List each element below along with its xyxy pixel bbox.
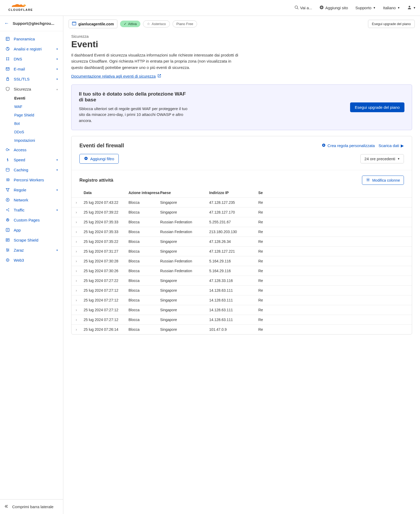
expand-row-icon[interactable]: › <box>76 220 84 224</box>
sidebar-item-network[interactable]: Network <box>2 195 61 205</box>
expand-row-icon[interactable]: › <box>76 230 84 234</box>
table-row[interactable]: ›25 lug 2024 07:31:27BloccaSingapore47.1… <box>71 246 412 256</box>
security-icon <box>5 87 10 91</box>
sidebar-item-scrape[interactable]: Scrape Shield <box>2 235 61 245</box>
cell-date: 25 lug 2024 07:35:22 <box>84 239 128 244</box>
cell-ip: 47.128.127.170 <box>209 210 258 214</box>
plan-label: Piano Free <box>176 22 193 26</box>
cell-action: Blocca <box>128 327 160 332</box>
cell-country: Singapore <box>160 308 209 312</box>
sidebar-item-cpages[interactable]: Custom Pages <box>2 215 61 225</box>
modify-columns-button[interactable]: Modifica colonne <box>362 176 404 185</box>
sidebar-item-speed[interactable]: Speed▾ <box>2 155 61 165</box>
expand-row-icon[interactable]: › <box>76 239 84 244</box>
goto-menu[interactable]: Vai a... <box>294 5 312 10</box>
cell-country: Russian Federation <box>160 269 209 273</box>
expand-row-icon[interactable]: › <box>76 200 84 205</box>
sidebar-subitem-bot[interactable]: Bot <box>2 119 61 128</box>
expand-row-icon[interactable]: › <box>76 327 84 332</box>
table-row[interactable]: ›25 lug 2024 07:30:26BloccaRussian Feder… <box>71 266 412 276</box>
table-row[interactable]: ›25 lug 2024 07:30:28BloccaRussian Feder… <box>71 256 412 266</box>
sidebar-item-security[interactable]: Sicurezza▴ <box>2 84 61 94</box>
cell-country: Singapore <box>160 327 209 332</box>
language-menu[interactable]: Italiano ▼ <box>383 6 400 10</box>
sidebar-item-traffic[interactable]: Traffic▾ <box>2 205 61 215</box>
create-custom-rule-link[interactable]: Crea regola personalizzata <box>322 143 375 148</box>
sidebar-subitem-impostazioni[interactable]: Impostazioni <box>2 136 61 145</box>
cell-country: Russian Federation <box>160 259 209 263</box>
workers-icon <box>5 177 10 182</box>
table-row[interactable]: ›25 lug 2024 07:27:12BloccaSingapore14.1… <box>71 285 412 295</box>
banner-upgrade-button[interactable]: Esegui upgrade del piano <box>350 102 404 112</box>
account-row[interactable]: ← Support@gtechgrou... <box>0 16 63 31</box>
table-row[interactable]: ›25 lug 2024 07:43:22BloccaSingapore47.1… <box>71 197 412 207</box>
sidebar-item-email[interactable]: E-mail▾ <box>2 64 61 74</box>
domain-selector[interactable]: gianlucagentile.com <box>69 20 117 28</box>
sidebar-item-access[interactable]: Access <box>2 145 61 155</box>
table-row[interactable]: ›25 lug 2024 07:35:33BloccaRussian Feder… <box>71 217 412 227</box>
sidebar-subitem-ddos[interactable]: DDoS <box>2 128 61 136</box>
expand-row-icon[interactable]: › <box>76 279 84 283</box>
sidebar-item-analytics[interactable]: Analisi e registri▾ <box>2 44 61 54</box>
table-row[interactable]: ›25 lug 2024 07:35:22BloccaSingapore47.1… <box>71 237 412 246</box>
back-arrow-icon[interactable]: ← <box>4 21 9 26</box>
svg-point-35 <box>7 249 7 249</box>
plus-circle-icon <box>322 143 326 148</box>
plus-circle-icon <box>84 156 88 161</box>
sidebar-item-dns[interactable]: DNS▾ <box>2 54 61 64</box>
table-row[interactable]: ›25 lug 2024 07:27:12BloccaSingapore14.1… <box>71 305 412 315</box>
cloudflare-logo[interactable]: CLOUDFLARE <box>6 3 35 13</box>
upgrade-plan-button[interactable]: Esegui upgrade del piano <box>368 20 415 28</box>
sidebar-subitem-page-shield[interactable]: Page Shield <box>2 111 61 119</box>
expand-row-icon[interactable]: › <box>76 298 84 302</box>
table-row[interactable]: ›25 lug 2024 07:35:33BloccaRussian Feder… <box>71 227 412 237</box>
expand-row-icon[interactable]: › <box>76 308 84 312</box>
sidebar-item-label: Caching <box>14 168 28 172</box>
cell-date: 25 lug 2024 07:35:33 <box>84 230 128 234</box>
table-row[interactable]: ›25 lug 2024 07:27:12BloccaSingapore14.1… <box>71 315 412 324</box>
svg-line-2 <box>297 8 298 9</box>
support-menu[interactable]: Supporto ▼ <box>355 6 376 10</box>
banner-text: Sblocca ulteriori set di regole gestiti … <box>79 106 190 124</box>
chevron-down-icon: ▼ <box>397 157 400 160</box>
table-row[interactable]: ›25 lug 2024 07:39:22BloccaSingapore47.1… <box>71 207 412 217</box>
chevron-down-icon: ▾ <box>56 68 58 70</box>
sidebar-subitem-waf[interactable]: WAF <box>2 102 61 111</box>
expand-row-icon[interactable]: › <box>76 318 84 322</box>
expand-row-icon[interactable]: › <box>76 269 84 273</box>
sidebar-item-ssl[interactable]: SSL/TLS▾ <box>2 74 61 84</box>
sidebar-subitem-eventi[interactable]: Eventi <box>2 94 61 102</box>
collapse-sidebar-button[interactable]: Comprimi barra laterale <box>0 499 63 514</box>
cell-date: 25 lug 2024 07:39:22 <box>84 210 128 214</box>
expand-row-icon[interactable]: › <box>76 288 84 293</box>
domain-name: gianlucagentile.com <box>78 22 114 26</box>
time-range-selector[interactable]: 24 ore precedenti ▼ <box>360 154 404 163</box>
plus-circle-icon <box>319 5 324 10</box>
access-icon <box>5 147 10 152</box>
sidebar-item-overview[interactable]: Panoramica <box>2 34 61 44</box>
cell-service: Re <box>258 200 404 205</box>
documentation-link[interactable]: Documentazione relativa agli eventi di s… <box>71 74 161 79</box>
expand-row-icon[interactable]: › <box>76 249 84 253</box>
user-menu[interactable]: ▼ <box>407 5 416 10</box>
star-pill[interactable]: ☆ Asterisco <box>143 20 170 27</box>
expand-row-icon[interactable]: › <box>76 210 84 214</box>
sidebar-item-app[interactable]: App <box>2 225 61 235</box>
cell-date: 25 lug 2024 07:35:33 <box>84 220 128 224</box>
sidebar-item-zaraz[interactable]: Zaraz▾ <box>2 245 61 255</box>
table-row[interactable]: ›25 lug 2024 07:26:14BloccaSingapore101.… <box>71 324 412 334</box>
language-label: Italiano <box>383 6 396 10</box>
cell-action: Blocca <box>128 249 160 253</box>
sidebar-item-label: Web3 <box>14 258 24 262</box>
expand-row-icon[interactable]: › <box>76 259 84 263</box>
add-site-button[interactable]: Aggiungi sito <box>319 5 348 10</box>
add-filter-button[interactable]: Aggiungi filtro <box>79 154 119 164</box>
sidebar-item-workers[interactable]: Percorsi Workers <box>2 175 61 185</box>
table-row[interactable]: ›25 lug 2024 07:27:22BloccaSingapore47.1… <box>71 276 412 285</box>
sidebar-item-web3[interactable]: Web3 <box>2 255 61 265</box>
sidebar-item-rules[interactable]: Regole▾ <box>2 185 61 195</box>
sidebar-item-caching[interactable]: Caching▾ <box>2 165 61 175</box>
download-data-link[interactable]: Scarica dati ▶ <box>379 143 404 148</box>
table-row[interactable]: ›25 lug 2024 07:27:12BloccaSingapore14.1… <box>71 295 412 305</box>
sidebar-item-label: Custom Pages <box>14 218 40 222</box>
